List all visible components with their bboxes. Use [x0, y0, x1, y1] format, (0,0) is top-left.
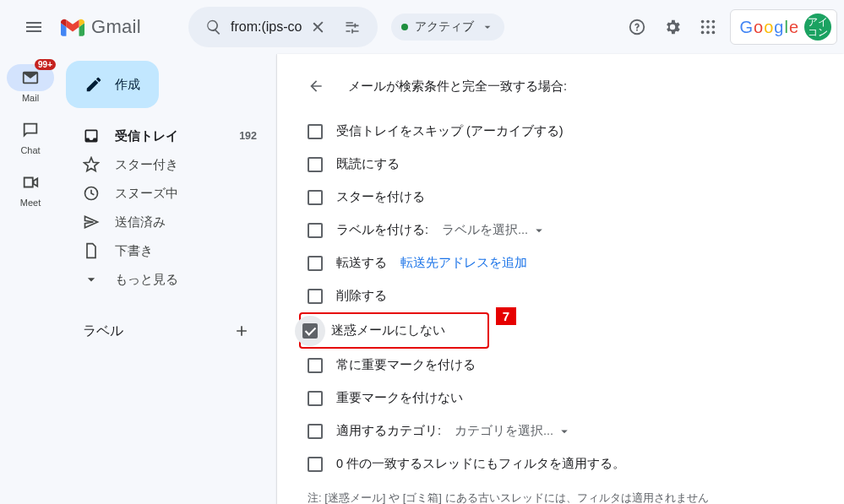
close-icon [310, 19, 327, 35]
label-select[interactable]: ラベルを選択... [442, 222, 547, 238]
clock-icon [83, 185, 100, 202]
apps-grid-icon [699, 18, 717, 36]
checkbox[interactable] [308, 256, 323, 271]
opt-label: 既読にする [336, 156, 400, 172]
opt-label: 削除する [336, 288, 387, 304]
rail-item-mail[interactable]: 99+ Mail [7, 64, 54, 103]
opt-label: 重要マークを付けない [336, 390, 463, 406]
filter-opt-apply-label[interactable]: ラベルを付ける: ラベルを選択... [301, 214, 820, 247]
plus-icon [233, 322, 250, 339]
hamburger-icon [24, 17, 44, 37]
arrow-left-icon [308, 78, 324, 95]
checkbox[interactable] [308, 223, 323, 238]
rail-label: Meet [20, 198, 41, 208]
filter-opt-delete[interactable]: 削除する [301, 279, 820, 312]
svg-point-5 [712, 25, 716, 29]
filter-opt-skip-inbox[interactable]: 受信トレイをスキップ (アーカイブする) [301, 115, 820, 148]
mail-icon [21, 68, 40, 87]
opt-label: 転送する [336, 255, 387, 271]
sidebar-item-label: スター付き [115, 157, 257, 173]
checkbox[interactable] [308, 157, 323, 172]
support-button[interactable] [620, 10, 654, 44]
filter-opt-not-spam[interactable]: 迷惑メールにしない [301, 314, 445, 347]
sidebar-item-more[interactable]: もっと見る [61, 265, 270, 294]
labels-heading: ラベル [61, 317, 270, 344]
compose-label: 作成 [115, 77, 140, 93]
checkbox[interactable] [308, 190, 323, 205]
back-button[interactable] [301, 71, 331, 101]
sidebar: 作成 受信トレイ 192 スター付き スヌーズ中 送信済み 下書き もっと見る [61, 54, 277, 504]
gmail-wordmark: Gmail [91, 16, 141, 38]
file-icon [83, 242, 100, 259]
google-account-box[interactable]: Google アイ コン [730, 9, 837, 45]
search-bar[interactable]: from:(ips-co [188, 7, 378, 47]
rail-label: Mail [22, 93, 39, 103]
search-button[interactable] [197, 10, 231, 44]
add-forward-address-link[interactable]: 転送先アドレスを追加 [400, 255, 527, 271]
checkbox[interactable] [308, 391, 323, 406]
status-dot-icon [401, 24, 408, 30]
filter-opt-never-important[interactable]: 重要マークを付けない [301, 382, 820, 415]
checkbox[interactable] [308, 289, 323, 304]
filter-opt-categorize[interactable]: 適用するカテゴリ: カテゴリを選択... [301, 415, 820, 447]
compose-button[interactable]: 作成 [66, 61, 159, 108]
filter-opt-forward[interactable]: 転送する 転送先アドレスを追加 [301, 247, 820, 279]
account-avatar[interactable]: アイ コン [804, 14, 831, 41]
checkbox[interactable] [308, 124, 323, 139]
triangle-down-icon [531, 223, 547, 238]
checkbox[interactable] [308, 358, 323, 373]
filter-panel-title: メールが検索条件と完全一致する場合: [348, 79, 567, 95]
pencil-icon [84, 75, 103, 94]
svg-point-6 [701, 31, 705, 35]
checkbox[interactable] [308, 457, 323, 472]
add-label-button[interactable] [228, 317, 255, 344]
star-icon [83, 156, 100, 173]
advanced-search-button[interactable] [335, 10, 369, 44]
svg-point-4 [707, 25, 711, 29]
filter-opt-mark-read[interactable]: 既読にする [301, 148, 820, 181]
search-icon [205, 19, 222, 35]
sidebar-item-inbox[interactable]: 受信トレイ 192 [61, 122, 270, 150]
sidebar-item-sent[interactable]: 送信済み [61, 208, 270, 236]
svg-point-0 [701, 20, 705, 24]
clear-search-button[interactable] [302, 10, 335, 44]
opt-label: ラベルを付ける: [336, 222, 428, 238]
sidebar-item-snoozed[interactable]: スヌーズ中 [61, 179, 270, 208]
rail-item-chat[interactable]: Chat [7, 117, 54, 155]
chat-icon [21, 121, 40, 139]
rail-label: Chat [20, 145, 40, 155]
meet-icon [21, 173, 40, 192]
opt-label: 常に重要マークを付ける [336, 357, 476, 373]
rail-item-meet[interactable]: Meet [7, 169, 54, 208]
header: Gmail from:(ips-co アクティブ Google アイ コン [0, 0, 844, 54]
status-chip-label: アクティブ [415, 19, 474, 35]
sidebar-item-label: もっと見る [115, 272, 257, 288]
gear-icon [663, 18, 682, 36]
gmail-logo[interactable]: Gmail [61, 16, 141, 38]
google-apps-button[interactable] [691, 10, 725, 44]
filter-note: 注: [迷惑メール] や [ゴミ箱] にある古いスレッドには、フィルタは適用され… [308, 490, 820, 504]
opt-label: 適用するカテゴリ: [336, 423, 441, 439]
settings-button[interactable] [656, 10, 689, 44]
app-rail: 99+ Mail Chat Meet [0, 54, 61, 504]
sidebar-item-starred[interactable]: スター付き [61, 150, 270, 179]
chevron-down-icon [83, 271, 100, 288]
filter-opt-apply-existing[interactable]: 0 件の一致するスレッドにもフィルタを適用する。 [301, 447, 820, 480]
category-select[interactable]: カテゴリを選択... [455, 423, 572, 439]
main-menu-button[interactable] [14, 7, 54, 47]
body: 99+ Mail Chat Meet 作成 受信トレイ 192 [0, 54, 844, 504]
header-right: Google アイ コン [620, 9, 837, 45]
callout-7-box: 迷惑メールにしない [299, 312, 489, 349]
status-chip[interactable]: アクティブ [391, 14, 504, 41]
sidebar-item-label: スヌーズ中 [115, 186, 257, 202]
sidebar-item-count: 192 [239, 130, 257, 142]
checkbox[interactable] [308, 424, 323, 439]
mail-badge: 99+ [35, 59, 56, 70]
triangle-down-icon [557, 424, 572, 439]
sidebar-item-drafts[interactable]: 下書き [61, 236, 270, 265]
tune-icon [344, 19, 361, 35]
checkbox[interactable] [302, 323, 318, 339]
filter-opt-star[interactable]: スターを付ける [301, 181, 820, 214]
filter-opt-always-important[interactable]: 常に重要マークを付ける [301, 349, 820, 382]
opt-label: 受信トレイをスキップ (アーカイブする) [336, 123, 564, 139]
